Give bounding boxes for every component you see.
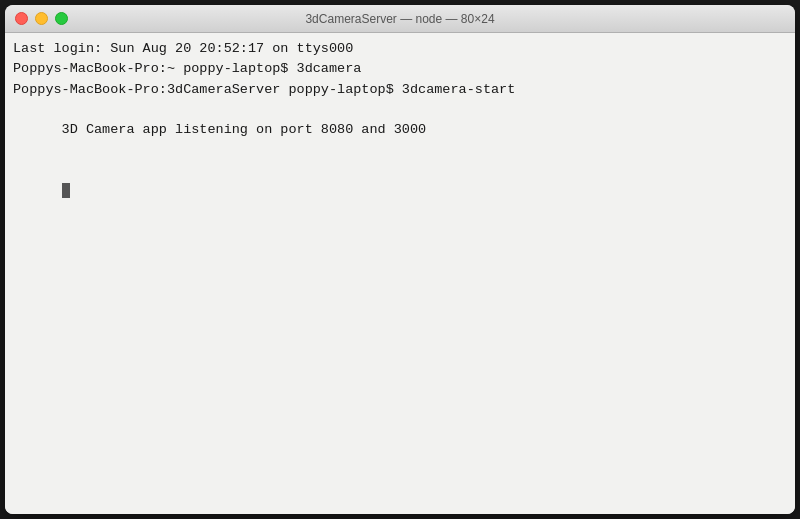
window-title: 3dCameraServer — node — 80×24 bbox=[305, 12, 494, 26]
terminal-line-2: Poppys-MacBook-Pro:~ poppy-laptop$ 3dcam… bbox=[13, 59, 787, 79]
minimize-button[interactable] bbox=[35, 12, 48, 25]
close-button[interactable] bbox=[15, 12, 28, 25]
title-bar: 3dCameraServer — node — 80×24 bbox=[5, 5, 795, 33]
terminal-line-1: Last login: Sun Aug 20 20:52:17 on ttys0… bbox=[13, 39, 787, 59]
terminal-line-3: Poppys-MacBook-Pro:3dCameraServer poppy-… bbox=[13, 80, 787, 100]
terminal-body[interactable]: Last login: Sun Aug 20 20:52:17 on ttys0… bbox=[5, 33, 795, 514]
traffic-lights bbox=[15, 12, 68, 25]
terminal-window: 3dCameraServer — node — 80×24 Last login… bbox=[5, 5, 795, 514]
terminal-cursor bbox=[62, 183, 70, 198]
terminal-line-cursor bbox=[13, 161, 787, 222]
terminal-line-4: 3D Camera app listening on port 8080 and… bbox=[13, 100, 787, 161]
maximize-button[interactable] bbox=[55, 12, 68, 25]
